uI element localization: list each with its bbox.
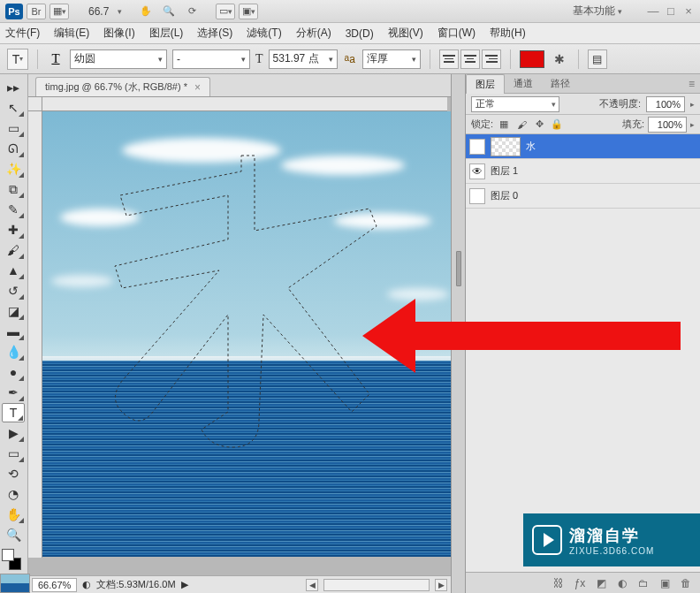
document-tab[interactable]: timg.jpg @ 66.7% (水, RGB/8#) * × xyxy=(35,77,210,96)
3d-rotate-tool[interactable]: ⟲ xyxy=(2,464,25,483)
anti-alias-combo[interactable]: 浑厚▾ xyxy=(362,49,421,69)
fill-slider-icon[interactable]: ▸ xyxy=(690,120,695,129)
menu-view[interactable]: 视图(V) xyxy=(388,26,423,41)
lock-position-icon[interactable]: ✥ xyxy=(532,118,546,132)
layer-row[interactable]: 图层 0 xyxy=(466,184,700,209)
menu-file[interactable]: 文件(F) xyxy=(5,26,40,41)
hand-tool-icon[interactable]: ✋ xyxy=(136,4,156,19)
healing-brush-tool[interactable]: ✚ xyxy=(2,220,25,239)
menu-edit[interactable]: 编辑(E) xyxy=(54,26,89,41)
opacity-slider-icon[interactable]: ▸ xyxy=(690,100,695,109)
marquee-tool[interactable]: ▭ xyxy=(2,118,25,138)
eraser-tool[interactable]: ◪ xyxy=(2,301,25,321)
text-orientation-icon[interactable]: T xyxy=(47,50,65,68)
visibility-toggle[interactable]: 👁 xyxy=(469,139,485,155)
layer-thumbnail[interactable] xyxy=(491,137,521,156)
font-style-combo[interactable]: -▾ xyxy=(172,49,250,69)
close-tab-icon[interactable]: × xyxy=(194,81,201,94)
scroll-right-button[interactable]: ▶ xyxy=(435,579,447,591)
rotate-view-icon[interactable]: ⟳ xyxy=(182,4,202,19)
text-color-swatch[interactable] xyxy=(520,50,544,68)
quick-select-tool[interactable]: ✨ xyxy=(2,159,25,179)
align-right-button[interactable] xyxy=(482,49,501,69)
menu-image[interactable]: 图像(I) xyxy=(103,26,134,41)
tab-paths[interactable]: 路径 xyxy=(542,74,579,94)
opacity-value[interactable]: 100% xyxy=(646,96,685,112)
dodge-tool[interactable]: ● xyxy=(2,362,25,382)
ruler-vertical[interactable] xyxy=(28,111,42,558)
lasso-tool[interactable]: ᘏ xyxy=(2,139,25,158)
menu-window[interactable]: 窗口(W) xyxy=(438,26,476,41)
scroll-left-button[interactable]: ◀ xyxy=(306,579,318,591)
blur-tool[interactable]: 💧 xyxy=(2,342,25,361)
3d-camera-tool[interactable]: ◔ xyxy=(2,484,25,504)
blend-mode-combo[interactable]: 正常▾ xyxy=(471,96,559,112)
layer-name[interactable]: 水 xyxy=(526,140,536,153)
zoom-dropdown-icon[interactable]: ▾ xyxy=(118,7,122,16)
layer-row[interactable]: 👁 图层 1 xyxy=(466,159,700,184)
document-image[interactable] xyxy=(42,111,451,557)
zoom-tool-icon[interactable]: 🔍 xyxy=(159,4,179,19)
dock-handle[interactable] xyxy=(451,74,465,593)
lock-transparency-icon[interactable]: ▦ xyxy=(497,118,511,132)
menu-3d[interactable]: 3D(D) xyxy=(346,27,374,40)
menu-layer[interactable]: 图层(L) xyxy=(149,26,184,41)
tab-layers[interactable]: 图层 xyxy=(466,74,505,94)
eyedropper-tool[interactable]: ✎ xyxy=(2,200,25,219)
mini-bridge-button[interactable]: ▦▾ xyxy=(49,4,69,19)
tab-channels[interactable]: 通道 xyxy=(505,74,542,94)
menu-filter[interactable]: 滤镜(T) xyxy=(247,26,281,41)
bridge-button[interactable]: Br xyxy=(27,4,46,19)
status-zoom[interactable]: 66.67% xyxy=(32,578,77,592)
layer-name[interactable]: 图层 1 xyxy=(491,164,518,178)
group-icon[interactable]: 🗀 xyxy=(636,576,651,590)
mask-icon[interactable]: ◩ xyxy=(594,576,608,590)
gradient-tool[interactable]: ▬ xyxy=(2,322,25,341)
fill-value[interactable]: 100% xyxy=(648,117,687,133)
hand-tool[interactable]: ✋ xyxy=(2,505,25,524)
link-layers-icon[interactable]: ⛓ xyxy=(552,576,566,590)
brush-tool[interactable]: 🖌 xyxy=(2,240,25,260)
font-size-combo[interactable]: 531.97 点▾ xyxy=(269,49,338,69)
visibility-toggle[interactable] xyxy=(469,188,485,204)
minimize-button[interactable]: — xyxy=(647,5,659,18)
hscrollbar[interactable] xyxy=(323,579,430,591)
workspace-switcher[interactable]: 基本功能 ▾ xyxy=(573,4,622,19)
adjustment-icon[interactable]: ◐ xyxy=(615,576,629,590)
clone-stamp-tool[interactable]: ▲ xyxy=(2,261,25,280)
path-select-tool[interactable]: ▶ xyxy=(2,423,25,443)
align-center-button[interactable] xyxy=(460,49,480,69)
menu-help[interactable]: 帮助(H) xyxy=(490,26,526,41)
current-tool-indicator[interactable]: T▾ xyxy=(7,49,28,70)
type-tool[interactable]: T xyxy=(2,403,25,422)
lock-pixels-icon[interactable]: 🖌 xyxy=(514,118,529,132)
zoom-tool[interactable]: 🔍 xyxy=(2,525,25,544)
warp-text-icon[interactable]: ✱ xyxy=(550,49,569,69)
menu-analysis[interactable]: 分析(A) xyxy=(296,26,331,41)
handle-icon[interactable]: ▸▸ xyxy=(2,78,25,97)
fg-bg-colors[interactable] xyxy=(2,549,25,570)
crop-tool[interactable]: ⧉ xyxy=(2,179,25,199)
arrange-button[interactable]: ▭▾ xyxy=(216,4,235,19)
close-button[interactable]: × xyxy=(682,5,695,18)
new-layer-icon[interactable]: ▣ xyxy=(658,576,672,590)
ruler-horizontal[interactable] xyxy=(42,97,447,111)
menu-select[interactable]: 选择(S) xyxy=(197,26,232,41)
align-left-button[interactable] xyxy=(439,49,459,69)
pen-tool[interactable]: ✒ xyxy=(2,383,25,402)
maximize-button[interactable]: □ xyxy=(665,5,677,18)
move-tool[interactable]: ↖ xyxy=(2,98,25,118)
status-menu-icon[interactable]: ▶ xyxy=(181,579,188,590)
shape-tool[interactable]: ▭ xyxy=(2,444,25,463)
lock-all-icon[interactable]: 🔒 xyxy=(550,118,564,132)
trash-icon[interactable]: 🗑 xyxy=(679,576,693,590)
screen-mode-button[interactable]: ▣▾ xyxy=(239,4,258,19)
character-panel-icon[interactable]: ▤ xyxy=(588,49,607,69)
panel-menu-icon[interactable]: ≡ xyxy=(683,78,700,90)
visibility-toggle[interactable]: 👁 xyxy=(469,163,485,179)
font-family-combo[interactable]: 幼圆▾ xyxy=(70,49,167,69)
history-brush-tool[interactable]: ↺ xyxy=(2,281,25,300)
layer-name[interactable]: 图层 0 xyxy=(491,189,518,202)
layer-row[interactable]: 👁 水 xyxy=(466,134,700,159)
canvas[interactable] xyxy=(42,111,447,558)
